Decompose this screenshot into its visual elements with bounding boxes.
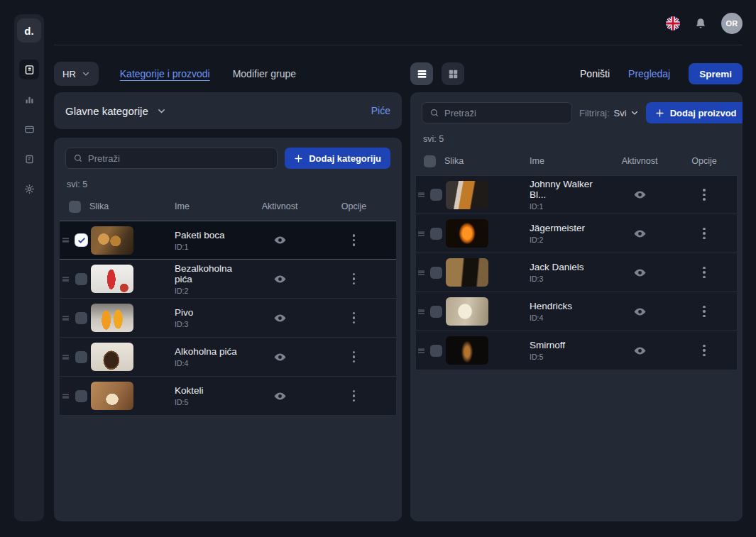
category-selector[interactable]: Glavne kategorije	[65, 105, 166, 117]
visibility-eye-icon[interactable]	[608, 344, 672, 358]
drag-handle-icon[interactable]	[416, 268, 426, 277]
drag-handle-icon[interactable]	[60, 275, 71, 284]
drag-handle-icon[interactable]	[416, 229, 426, 238]
row-options-kebab-icon[interactable]	[703, 189, 706, 201]
visibility-eye-icon[interactable]	[248, 311, 312, 325]
row-checkbox[interactable]	[430, 189, 442, 201]
document-icon	[24, 154, 35, 165]
visibility-eye-icon[interactable]	[608, 305, 672, 319]
table-row[interactable]: Johnny Walker Bl...ID:1	[416, 175, 737, 214]
header-divider	[54, 45, 743, 45]
row-checkbox[interactable]	[75, 234, 87, 246]
save-button[interactable]: Spremi	[689, 63, 743, 84]
visibility-eye-icon[interactable]	[608, 227, 672, 240]
row-checkbox[interactable]	[75, 351, 87, 363]
sidebar-item-menu[interactable]	[19, 60, 39, 79]
row-options-kebab-icon[interactable]	[703, 345, 706, 357]
table-row[interactable]: SmirnoffID:5	[416, 331, 737, 370]
sidebar-item-documents[interactable]	[19, 149, 39, 169]
row-checkbox[interactable]	[430, 345, 442, 357]
sidebar-item-payments[interactable]	[19, 119, 39, 139]
products-search-input[interactable]	[444, 108, 569, 118]
category-id: ID:1	[175, 243, 248, 251]
row-checkbox[interactable]	[75, 273, 87, 285]
add-category-button[interactable]: Dodaj kategoriju	[285, 148, 390, 169]
row-checkbox[interactable]	[75, 390, 87, 402]
categories-search-row: Dodaj kategoriju	[65, 148, 390, 169]
category-thumbnail	[91, 265, 133, 293]
visibility-eye-icon[interactable]	[248, 389, 312, 403]
menu-book-icon	[24, 65, 35, 75]
product-id: ID:1	[530, 202, 608, 211]
select-all-checkbox[interactable]	[424, 155, 436, 167]
drag-handle-icon[interactable]	[60, 392, 71, 401]
table-row[interactable]: Alkoholna pićaID:4	[60, 338, 396, 377]
product-id: ID:5	[530, 353, 608, 361]
visibility-eye-icon[interactable]	[248, 350, 312, 364]
drag-handle-icon[interactable]	[60, 236, 71, 245]
row-options-kebab-icon[interactable]	[353, 312, 356, 324]
row-options-kebab-icon[interactable]	[353, 234, 356, 246]
product-thumbnail	[446, 336, 488, 365]
product-name: Hendricks	[530, 301, 608, 311]
tab-kategorije-i-prozvodi[interactable]: Kategorije i prozvodi	[120, 68, 210, 79]
selected-category-link[interactable]: Piće	[371, 105, 390, 116]
table-row[interactable]: JägermeisterID:2	[416, 214, 737, 253]
category-selector-label: Glavne kategorije	[65, 105, 148, 117]
settings-gear-icon	[24, 184, 35, 194]
app-logo-text: d.	[24, 25, 33, 37]
drag-handle-icon[interactable]	[60, 314, 71, 323]
row-options-kebab-icon[interactable]	[703, 228, 706, 240]
row-checkbox[interactable]	[430, 306, 442, 318]
filter-group: Filtriraj: Svi	[579, 108, 639, 118]
language-selector[interactable]: HR	[54, 62, 99, 86]
row-checkbox[interactable]	[430, 267, 442, 279]
products-rows: Johnny Walker Bl...ID:1 JägermeisterID:2…	[416, 175, 737, 370]
chevron-down-icon	[82, 70, 90, 78]
table-row[interactable]: Jack DanielsID:3	[416, 253, 737, 292]
app-logo[interactable]: d.	[17, 18, 41, 43]
table-row[interactable]: Bezalkoholna pićaID:2	[60, 260, 396, 299]
sidebar-item-settings[interactable]	[19, 179, 39, 199]
table-row[interactable]: HendricksID:4	[416, 292, 737, 331]
language-value: HR	[62, 69, 76, 79]
products-toolbar: Poništi Pregledaj Spremi	[410, 61, 743, 87]
category-thumbnail	[91, 382, 133, 410]
table-row[interactable]: Paketi bocaID:1	[60, 221, 396, 260]
row-options-kebab-icon[interactable]	[353, 273, 356, 285]
table-row[interactable]: PivoID:3	[60, 299, 396, 338]
categories-search-input[interactable]	[88, 153, 270, 164]
drag-handle-icon[interactable]	[416, 190, 426, 199]
add-product-label: Dodaj proizvod	[670, 108, 737, 118]
product-name: Smirnoff	[530, 340, 608, 350]
product-id: ID:3	[530, 275, 608, 283]
notification-bell-icon[interactable]	[694, 17, 707, 30]
row-options-kebab-icon[interactable]	[353, 390, 356, 402]
visibility-eye-icon[interactable]	[248, 272, 312, 286]
product-thumbnail	[446, 258, 488, 287]
row-options-kebab-icon[interactable]	[703, 306, 706, 318]
chevron-down-icon	[157, 106, 166, 116]
visibility-eye-icon[interactable]	[608, 188, 672, 201]
row-checkbox[interactable]	[75, 312, 87, 324]
grid-view-toggle[interactable]	[442, 62, 464, 85]
table-row[interactable]: KokteliID:5	[60, 377, 396, 416]
user-avatar[interactable]: OR	[721, 13, 743, 34]
language-flag-icon[interactable]	[666, 16, 680, 31]
drag-handle-icon[interactable]	[416, 346, 426, 355]
visibility-eye-icon[interactable]	[248, 233, 312, 247]
select-all-checkbox[interactable]	[69, 201, 81, 213]
drag-handle-icon[interactable]	[60, 353, 71, 362]
tab-modifier-grupe[interactable]: Modifier grupe	[233, 68, 297, 79]
visibility-eye-icon[interactable]	[608, 266, 672, 279]
reset-button[interactable]: Poništi	[580, 68, 610, 79]
drag-handle-icon[interactable]	[416, 307, 426, 316]
list-view-toggle[interactable]	[410, 62, 433, 85]
row-options-kebab-icon[interactable]	[353, 351, 356, 363]
filter-dropdown[interactable]: Svi	[614, 108, 639, 118]
row-checkbox[interactable]	[430, 228, 442, 240]
row-options-kebab-icon[interactable]	[703, 267, 706, 279]
add-product-button[interactable]: Dodaj proizvod	[646, 102, 743, 123]
sidebar-item-analytics[interactable]	[19, 89, 39, 109]
preview-button[interactable]: Pregledaj	[628, 68, 670, 79]
